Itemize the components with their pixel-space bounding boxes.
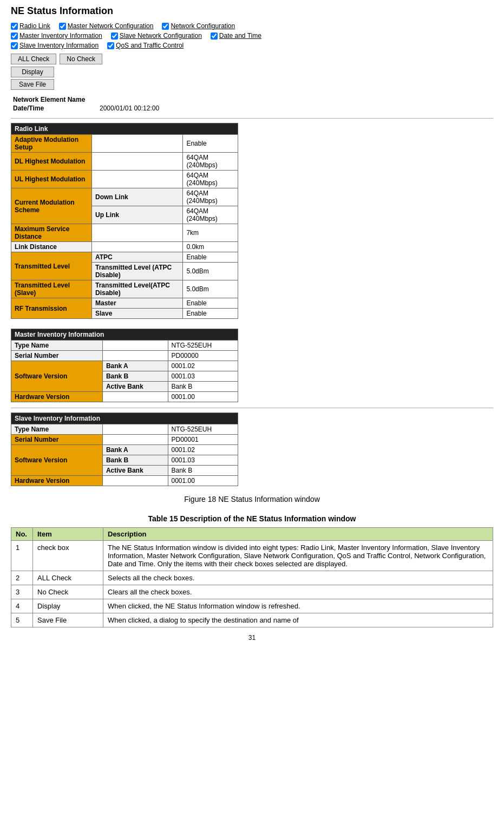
save-file-button[interactable]: Save File [11,79,54,90]
master-hw-version-label: Hardware Version [11,392,103,402]
checkbox-qos[interactable]: QoS and Traffic Control [107,42,184,49]
row4-desc: When clicked, the NE Status Information … [103,599,493,613]
atpc-value: Enable [183,252,238,263]
master-type-value: NTG-525EUH [168,341,238,351]
page-title: NE Status Information [11,5,493,17]
ul-highest-value: 64QAM (240Mbps) [183,171,238,188]
row2-no: 2 [11,571,33,585]
rf-master-label: Master [92,298,183,309]
ne-name-value [97,95,238,104]
uplink-value: 64QAM (240Mbps) [183,206,238,224]
row2-item: ALL Check [33,571,103,585]
slave-active-bank-label: Active Bank [102,466,168,476]
master-active-bank-value: Bank B [168,382,238,392]
rf-slave-label: Slave [92,309,183,319]
checkbox-row-3: Slave Inventory Information QoS and Traf… [11,42,493,49]
master-type-label: Type Name [11,341,103,351]
row4-no: 4 [11,599,33,613]
row1-item: check box [33,541,103,571]
radio-link-header: Radio Link [11,123,238,135]
downlink-value: 64QAM (240Mbps) [183,188,238,206]
master-inventory-table: Master Inventory Information Type Name N… [11,329,238,402]
slave-bank-a-label: Bank A [102,445,168,455]
row3-no: 3 [11,585,33,599]
slave-hw-version-label: Hardware Version [11,476,103,486]
current-mod-label: Current Modulation Scheme [11,188,92,224]
uplink-label: Up Link [92,206,183,224]
row5-desc: When clicked, a dialog to specify the de… [103,613,493,627]
master-bank-b-label: Bank B [102,371,168,382]
slave-sw-version-label: Software Version [11,445,103,476]
rf-transmission-label: RF Transmission [11,298,92,319]
page-number: 31 [11,634,493,642]
display-button-row: Display [11,67,493,77]
master-sw-version-label: Software Version [11,361,103,392]
slave-serial-label: Serial Number [11,435,103,445]
row5-item: Save File [33,613,103,627]
slave-hw-version-value: 0001.00 [168,476,238,486]
master-bank-b-value: 0001.03 [168,371,238,382]
link-distance-label: Link Distance [11,242,92,252]
divider-1 [11,118,493,119]
dl-highest-label: DL Highest Modulation [11,153,92,171]
master-active-bank-label: Active Bank [102,382,168,392]
checkbox-slave-inventory[interactable]: Slave Inventory Information [11,42,99,49]
description-table: No. Item Description 1 check box The NE … [11,527,493,627]
row1-desc: The NE Status Information window is divi… [103,541,493,571]
slave-serial-value: PD00001 [168,435,238,445]
checkbox-row-1: Radio Link Master Network Configuration … [11,22,493,30]
ul-highest-label: UL Highest Modulation [11,171,92,188]
ne-info-table: Network Element Name Date/Time 2000/01/0… [11,95,238,113]
checkboxes-section: Radio Link Master Network Configuration … [11,22,493,49]
row1-no: 1 [11,541,33,571]
desc-header-item: Item [33,528,103,541]
adaptive-mod-value: Enable [183,135,238,153]
checkbox-slave-network[interactable]: Slave Network Configuration [111,32,202,40]
table-row: 3 No Check Clears all the check boxes. [11,585,493,599]
slave-active-bank-value: Bank B [168,466,238,476]
slave-bank-a-value: 0001.02 [168,445,238,455]
master-serial-label: Serial Number [11,351,103,361]
date-time-value: 2000/01/01 00:12:00 [97,104,238,113]
all-check-button[interactable]: ALL Check [11,54,56,64]
row3-desc: Clears all the check boxes. [103,585,493,599]
slave-inventory-table: Slave Inventory Information Type Name NT… [11,413,238,486]
master-bank-a-value: 0001.02 [168,361,238,371]
rf-slave-value: Enable [183,309,238,319]
downlink-label: Down Link [92,188,183,206]
tx-level-slave-label: Transmitted Level (Slave) [11,280,92,298]
slave-type-label: Type Name [11,424,103,435]
row5-no: 5 [11,613,33,627]
table-row: 1 check box The NE Status Information wi… [11,541,493,571]
display-button[interactable]: Display [11,67,54,77]
link-distance-value: 0.0km [183,242,238,252]
save-file-button-row: Save File [11,79,493,90]
button-row-1: ALL Check No Check [11,54,493,64]
table-row: 5 Save File When clicked, a dialog to sp… [11,613,493,627]
checkbox-row-2: Master Inventory Information Slave Netwo… [11,32,493,40]
tx-level-slave-value: 5.0dBm [183,280,238,298]
table-title: Table 15 Description of the NE Status In… [11,514,493,523]
row4-item: Display [33,599,103,613]
master-hw-version-value: 0001.00 [168,392,238,402]
dl-highest-value: 64QAM (240Mbps) [183,153,238,171]
table-row: 4 Display When clicked, the NE Status In… [11,599,493,613]
master-bank-a-label: Bank A [102,361,168,371]
figure-caption: Figure 18 NE Status Information window [11,495,493,503]
master-serial-value: PD00000 [168,351,238,361]
checkbox-network-config[interactable]: Network Configuration [162,22,235,30]
ne-name-label: Network Element Name [11,95,97,104]
master-inventory-header: Master Inventory Information [11,329,238,341]
adaptive-mod-label: Adaptive Modulation Setup [11,135,92,153]
tx-level-atpc-disable-value: 5.0dBm [183,263,238,280]
no-check-button[interactable]: No Check [60,54,102,64]
tx-level-slave-sub-label: Transmitted Level(ATPC Disable) [92,280,183,298]
slave-inventory-header: Slave Inventory Information [11,413,238,424]
checkbox-date-time[interactable]: Date and Time [211,32,261,40]
checkbox-master-inventory[interactable]: Master Inventory Information [11,32,102,40]
checkbox-master-network[interactable]: Master Network Configuration [59,22,154,30]
slave-bank-b-value: 0001.03 [168,455,238,466]
checkbox-radio-link[interactable]: Radio Link [11,22,50,30]
max-service-value: 7km [183,224,238,242]
desc-header-no: No. [11,528,33,541]
